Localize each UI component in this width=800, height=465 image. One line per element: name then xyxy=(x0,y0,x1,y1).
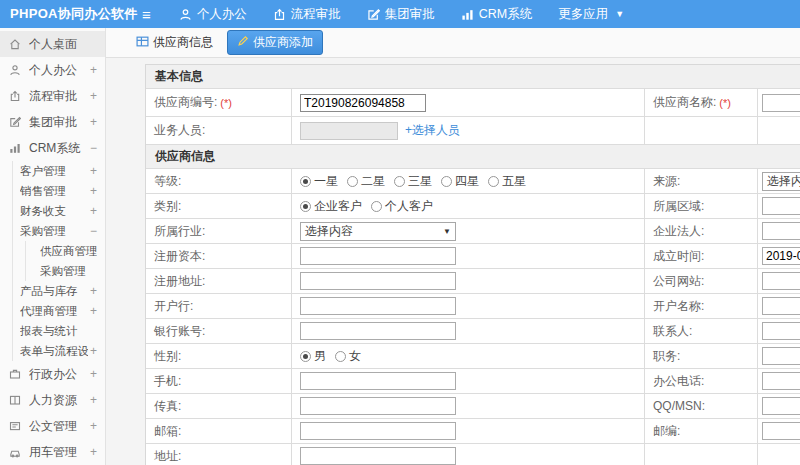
staff-field[interactable] xyxy=(300,122,398,140)
radio-level-1[interactable]: 一星 xyxy=(300,173,338,190)
radio-checked-icon xyxy=(300,351,311,362)
caret-down-icon: ▼ xyxy=(615,9,624,19)
email-field[interactable] xyxy=(300,422,456,440)
nav-crm-system[interactable]: CRM系统 xyxy=(461,6,532,23)
zip-label: 邮编: xyxy=(645,419,758,444)
office-phone-label: 办公电话: xyxy=(645,369,758,394)
table-grid-icon xyxy=(136,35,149,51)
bank-field[interactable] xyxy=(300,297,456,315)
radio-level-4[interactable]: 四星 xyxy=(441,173,479,190)
radio-gender-female[interactable]: 女 xyxy=(335,348,361,365)
sidebar-item-sales-mgmt[interactable]: 销售管理 + xyxy=(13,181,105,201)
contact-label: 联系人: xyxy=(645,319,758,344)
supplier-name-field[interactable] xyxy=(762,94,800,112)
sidebar-item-purchase-mgmt[interactable]: 采购管理 − xyxy=(13,221,105,241)
founded-date-field[interactable] xyxy=(762,247,800,265)
sidebar-item-vehicle-mgmt[interactable]: 用车管理 + xyxy=(0,439,105,465)
car-icon xyxy=(9,446,23,458)
founded-label: 成立时间: xyxy=(645,244,758,269)
nav-more-apps[interactable]: 更多应用 ▼ xyxy=(558,6,624,23)
qq-msn-field[interactable] xyxy=(762,397,800,415)
bar-chart-icon xyxy=(9,142,23,154)
qq-msn-label: QQ/MSN: xyxy=(645,394,758,419)
briefcase-icon xyxy=(9,368,23,380)
source-select[interactable]: 选择内容▼ xyxy=(762,172,800,191)
edit-square-icon xyxy=(9,116,23,128)
sidebar-item-finance[interactable]: 财务收支 + xyxy=(13,201,105,221)
sidebar-item-hr[interactable]: 人力资源 + xyxy=(0,387,105,413)
mobile-field[interactable] xyxy=(300,372,456,390)
website-label: 公司网站: xyxy=(645,269,758,294)
tab-supplier-info[interactable]: 供应商信息 xyxy=(130,31,219,54)
empty-field-cell xyxy=(758,444,800,465)
account-name-field[interactable] xyxy=(762,297,800,315)
capital-label: 注册资本: xyxy=(146,244,292,269)
section-header-basic-info: 基本信息 xyxy=(146,65,800,89)
industry-label: 所属行业: xyxy=(146,219,292,244)
radio-level-2[interactable]: 二星 xyxy=(347,173,385,190)
sidebar-item-crm[interactable]: CRM系统 − xyxy=(0,135,105,161)
pencil-add-icon xyxy=(237,35,249,50)
category-label: 类别: xyxy=(146,194,292,219)
bank-account-field[interactable] xyxy=(300,322,456,340)
contact-field[interactable] xyxy=(762,322,800,340)
industry-select[interactable]: 选择内容▼ xyxy=(300,222,456,241)
fax-label: 传真: xyxy=(146,394,292,419)
zip-field[interactable] xyxy=(762,422,800,440)
sidebar-item-reports[interactable]: 报表与统计 xyxy=(13,321,105,341)
radio-icon xyxy=(394,176,405,187)
mobile-label: 手机: xyxy=(146,369,292,394)
radio-checked-icon xyxy=(300,176,311,187)
user-icon xyxy=(179,8,192,21)
sidebar-item-agent-mgmt[interactable]: 代理商管理 + xyxy=(13,301,105,321)
sidebar-item-personal-office[interactable]: 个人办公 + xyxy=(0,57,105,83)
sidebar-item-form-flow-settings[interactable]: 表单与流程设置 + xyxy=(13,341,105,361)
menu-toggle-icon[interactable]: ≡ xyxy=(142,7,151,22)
process-icon xyxy=(9,90,23,102)
sidebar-item-customer-mgmt[interactable]: 客户管理 + xyxy=(13,161,105,181)
website-field[interactable] xyxy=(762,272,800,290)
supplier-no-label: 供应商编号:(*) xyxy=(146,89,292,117)
nav-personal-office[interactable]: 个人办公 xyxy=(179,6,247,23)
radio-category-company[interactable]: 企业客户 xyxy=(300,198,362,215)
radio-gender-male[interactable]: 男 xyxy=(300,348,326,365)
sidebar-item-group-approval[interactable]: 集团审批 + xyxy=(0,109,105,135)
fax-field[interactable] xyxy=(300,397,456,415)
supplier-name-label: 供应商名称:(*) xyxy=(645,89,758,117)
nav-process-approval[interactable]: 流程审批 xyxy=(273,6,341,23)
sidebar-item-admin-office[interactable]: 行政办公 + xyxy=(0,361,105,387)
empty-label-cell xyxy=(645,117,758,145)
legal-person-field[interactable] xyxy=(762,222,800,240)
sidebar-item-purchasing[interactable]: 采购管理 xyxy=(26,261,105,281)
tab-supplier-add[interactable]: 供应商添加 xyxy=(227,30,323,55)
legal-person-label: 企业法人: xyxy=(645,219,758,244)
radio-category-personal[interactable]: 个人客户 xyxy=(371,198,433,215)
position-field[interactable] xyxy=(762,347,800,365)
address-field[interactable] xyxy=(300,447,456,465)
nav-group-approval[interactable]: 集团审批 xyxy=(367,6,435,23)
sidebar-item-process-approval[interactable]: 流程审批 + xyxy=(0,83,105,109)
supplier-no-field[interactable] xyxy=(300,94,426,112)
region-label: 所属区域: xyxy=(645,194,758,219)
purchase-submenu: 供应商管理 采购管理 xyxy=(25,241,105,281)
sidebar-item-supplier-mgmt[interactable]: 供应商管理 xyxy=(26,241,105,261)
reg-address-label: 注册地址: xyxy=(146,269,292,294)
position-label: 职务: xyxy=(645,344,758,369)
office-phone-field[interactable] xyxy=(762,372,800,390)
reg-address-field[interactable] xyxy=(300,272,456,290)
select-person-link[interactable]: +选择人员 xyxy=(405,122,460,139)
radio-level-3[interactable]: 三星 xyxy=(394,173,432,190)
bank-account-label: 银行账号: xyxy=(146,319,292,344)
capital-field[interactable] xyxy=(300,247,456,265)
caret-down-icon: ▼ xyxy=(443,227,451,236)
document-icon xyxy=(9,420,23,432)
radio-icon xyxy=(488,176,499,187)
radio-icon xyxy=(371,201,382,212)
sidebar: 个人桌面 个人办公 + 流程审批 + 集团审批 + CRM系统 − 客户管理 + xyxy=(0,28,106,465)
region-field[interactable] xyxy=(762,197,800,215)
sidebar-item-product-inventory[interactable]: 产品与库存 + xyxy=(13,281,105,301)
sidebar-item-document-mgmt[interactable]: 公文管理 + xyxy=(0,413,105,439)
sidebar-item-personal-desktop[interactable]: 个人桌面 xyxy=(0,31,105,57)
required-mark: (*) xyxy=(220,97,232,109)
radio-level-5[interactable]: 五星 xyxy=(488,173,526,190)
